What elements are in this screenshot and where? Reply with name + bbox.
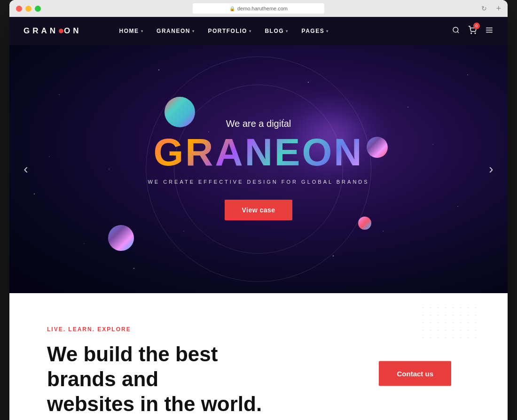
chevron-down-icon: ▾ bbox=[192, 29, 195, 33]
main-heading: We build the best brands and websites in… bbox=[47, 342, 291, 416]
carousel-next-button[interactable]: › bbox=[482, 160, 501, 179]
hero-title: GRANEON bbox=[148, 133, 369, 171]
address-bar[interactable]: 🔒 demo.harutheme.com bbox=[193, 3, 324, 14]
window-controls bbox=[16, 6, 41, 12]
chevron-down-icon: ▾ bbox=[326, 29, 329, 33]
hero-section: ‹ › We are a digital GRANEON WE CREATE E… bbox=[9, 45, 508, 293]
chevron-down-icon: ▾ bbox=[286, 29, 289, 33]
hero-tagline: WE CREATE EFFECTIVE DESIGN FOR GLOBAL BR… bbox=[148, 179, 369, 185]
nav-item-blog[interactable]: BLOG ▾ bbox=[265, 28, 288, 34]
nav-item-pages[interactable]: PAGES ▾ bbox=[302, 28, 329, 34]
dot-pattern-decoration bbox=[422, 307, 479, 342]
hero-content: We are a digital GRANEON WE CREATE EFFEC… bbox=[148, 118, 369, 220]
mac-window: 🔒 demo.harutheme.com ↻ + GRANON HOME ▾ bbox=[9, 0, 508, 420]
hero-subtitle: We are a digital bbox=[148, 118, 369, 129]
nav-item-portfolio[interactable]: PORTFOLIO ▾ bbox=[208, 28, 251, 34]
logo-dot bbox=[59, 29, 63, 33]
svg-point-0 bbox=[453, 27, 458, 32]
refresh-button[interactable]: ↻ bbox=[481, 5, 487, 12]
chevron-down-icon: ▾ bbox=[141, 29, 144, 33]
cart-icon[interactable]: 0 bbox=[468, 26, 477, 36]
heading-line-2: websites in the world. bbox=[47, 392, 262, 415]
svg-point-3 bbox=[475, 33, 476, 34]
contact-us-button[interactable]: Contact us bbox=[379, 361, 451, 386]
nav-link-home[interactable]: HOME ▾ bbox=[119, 28, 144, 34]
url-text: demo.harutheme.com bbox=[237, 6, 288, 11]
heading-line-1: We build the best brands and bbox=[47, 342, 218, 390]
view-case-button[interactable]: View case bbox=[225, 200, 292, 220]
svg-point-2 bbox=[471, 33, 472, 34]
nav-link-portfolio[interactable]: PORTFOLIO ▾ bbox=[208, 28, 251, 34]
nav-item-graneon[interactable]: GRANEON ▾ bbox=[157, 28, 195, 34]
navbar: GRANON HOME ▾ GRANEON ▾ PO bbox=[9, 17, 508, 45]
carousel-prev-button[interactable]: ‹ bbox=[16, 160, 35, 179]
nav-link-pages[interactable]: PAGES ▾ bbox=[302, 28, 329, 34]
nav-link-graneon[interactable]: GRANEON ▾ bbox=[157, 28, 195, 34]
site-logo[interactable]: GRANON bbox=[24, 26, 82, 36]
minimize-button[interactable] bbox=[25, 6, 31, 12]
chevron-down-icon: ▾ bbox=[249, 29, 252, 33]
site-content: GRANON HOME ▾ GRANEON ▾ PO bbox=[9, 17, 508, 420]
nav-menu: HOME ▾ GRANEON ▾ PORTFOLIO ▾ bbox=[119, 28, 329, 34]
cart-badge: 0 bbox=[473, 23, 480, 29]
nav-item-home[interactable]: HOME ▾ bbox=[119, 28, 144, 34]
planet-4 bbox=[108, 225, 134, 251]
tagline-label: LIVE. LEARN. EXPLORE bbox=[47, 326, 470, 333]
svg-line-1 bbox=[457, 31, 459, 33]
planet-2 bbox=[367, 137, 388, 158]
lock-icon: 🔒 bbox=[229, 6, 235, 11]
below-fold-section: LIVE. LEARN. EXPLORE We build the best b… bbox=[9, 293, 508, 420]
maximize-button[interactable] bbox=[35, 6, 41, 12]
close-button[interactable] bbox=[16, 6, 22, 12]
search-icon[interactable] bbox=[452, 26, 460, 36]
titlebar: 🔒 demo.harutheme.com ↻ + bbox=[9, 0, 508, 17]
new-tab-button[interactable]: + bbox=[496, 4, 501, 13]
nav-link-blog[interactable]: BLOG ▾ bbox=[265, 28, 288, 34]
nav-icons: 0 bbox=[452, 26, 494, 36]
hamburger-icon[interactable] bbox=[485, 26, 494, 36]
